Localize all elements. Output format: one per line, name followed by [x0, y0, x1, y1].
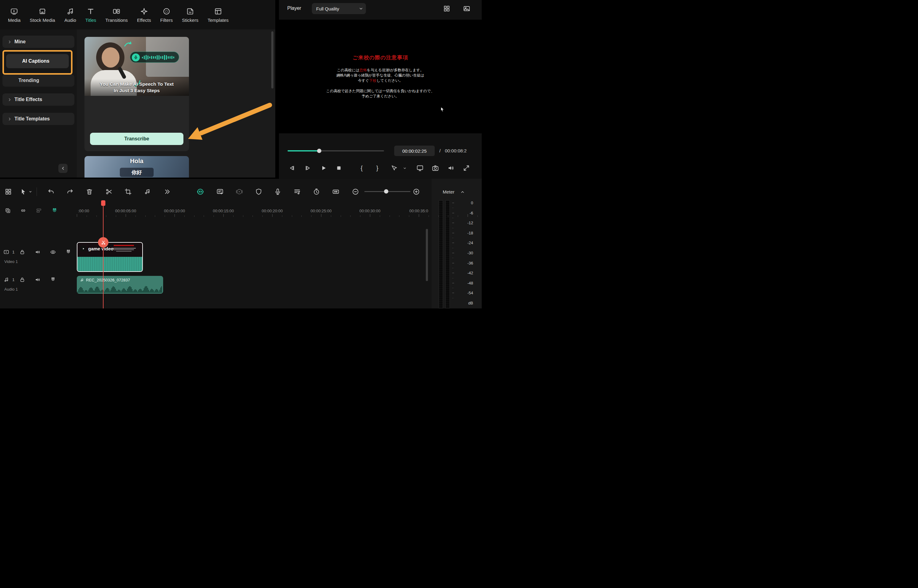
link-icon[interactable]: [18, 206, 27, 215]
chevron-left-icon: [60, 166, 65, 171]
nav-item-filters[interactable]: Filters: [160, 7, 173, 23]
current-time-box: 00:00:02:25: [394, 145, 435, 156]
video-clip[interactable]: game video: [77, 242, 143, 272]
mic-wave: [142, 52, 178, 63]
more-tools-icon[interactable]: [162, 186, 172, 197]
display-device-button[interactable]: [415, 163, 425, 173]
lock-icon[interactable]: [18, 275, 26, 284]
track-volume-icon[interactable]: [33, 248, 42, 256]
stickers-icon: [186, 7, 194, 15]
magnet-icon[interactable]: [48, 275, 57, 284]
nav-item-effects[interactable]: Effects: [137, 7, 151, 23]
media-panel-icon[interactable]: [461, 3, 472, 14]
zoom-slider-knob[interactable]: [384, 189, 388, 194]
eye-icon[interactable]: [48, 248, 57, 256]
undo-icon[interactable]: [46, 186, 56, 197]
cursor-tool-icon[interactable]: [18, 186, 29, 197]
ai-assistant-icon[interactable]: [195, 186, 205, 197]
thumb-line: [114, 249, 134, 250]
audio-clip[interactable]: REC_20250326_072837: [77, 276, 163, 294]
player-panel-title: Player: [287, 5, 301, 11]
mark-in-button[interactable]: {: [356, 163, 367, 173]
nav-item-stock-media[interactable]: Stock Media: [30, 7, 55, 23]
auto-caption-icon[interactable]: [215, 186, 225, 197]
cursor-tool-chevron-icon[interactable]: [29, 190, 32, 194]
sidebar-item-trending[interactable]: Trending: [2, 74, 74, 87]
effects-icon: [140, 7, 148, 15]
stop-button[interactable]: [334, 163, 344, 173]
grid-view-tool-icon[interactable]: [3, 186, 13, 197]
transcribe-button[interactable]: Transcribe: [90, 133, 183, 145]
speech-to-text-card[interactable]: You Can Make AI Speech To Text In Just 3…: [84, 37, 189, 151]
snapshot-button[interactable]: [430, 163, 441, 173]
shield-icon[interactable]: [254, 186, 264, 197]
translate-card[interactable]: Hola 你好: [84, 156, 189, 178]
video-track-badge: 1: [12, 250, 15, 254]
card-thumbnail: You Can Make AI Speech To Text In Just 3…: [84, 37, 189, 96]
meter-scale: 0-6-12-18-24-30-36-42-48-54dB: [452, 203, 480, 309]
mark-out-button[interactable]: }: [372, 163, 383, 173]
playhead-handle[interactable]: [101, 200, 105, 206]
magnet-icon[interactable]: [64, 248, 73, 256]
delete-icon[interactable]: [84, 186, 95, 197]
thumbnail-person-face: [102, 47, 120, 68]
lock-icon[interactable]: [18, 248, 26, 256]
preview-select-chevron-icon[interactable]: [403, 166, 407, 170]
subtitle-list-icon[interactable]: [292, 186, 302, 197]
speed-icon[interactable]: [311, 186, 322, 197]
fullscreen-button[interactable]: [461, 163, 472, 173]
ripple-edit-icon[interactable]: [331, 186, 341, 197]
preview-select-button[interactable]: [389, 163, 399, 173]
quality-dropdown[interactable]: Full Quality: [312, 3, 366, 14]
sidebar-item-label: AI Captions: [22, 58, 50, 64]
scissors-playhead-button[interactable]: [98, 237, 108, 248]
layout-grid-icon[interactable]: [441, 3, 452, 14]
chevron-down-icon: [359, 6, 364, 11]
panel-scrollbar[interactable]: [271, 31, 273, 89]
sidebar-item-mine[interactable]: Mine: [2, 36, 74, 48]
seek-slider[interactable]: [288, 149, 384, 153]
nav-item-stickers[interactable]: Stickers: [182, 7, 198, 23]
snap-icon[interactable]: [50, 206, 59, 215]
playhead-line[interactable]: [103, 202, 103, 309]
sidebar-item-ai-captions[interactable]: AI Captions: [6, 54, 69, 68]
voiceover-mic-icon[interactable]: [273, 186, 283, 197]
beat-detect-icon[interactable]: [142, 186, 153, 197]
track-volume-icon[interactable]: [33, 275, 42, 284]
nav-label: Effects: [137, 18, 151, 23]
thumbnail-caption: You Can Make AI Speech To Text In Just 3…: [84, 79, 189, 96]
meter-collapse-icon[interactable]: [460, 190, 465, 194]
split-scissors-icon[interactable]: [104, 186, 114, 197]
seek-fill: [288, 150, 319, 152]
nav-item-templates[interactable]: Templates: [208, 7, 229, 23]
timeline-ruler[interactable]: :00:0000:00:05:0000:00:10:0000:00:15:000…: [77, 207, 482, 217]
seek-knob[interactable]: [317, 149, 322, 153]
toolbar-divider: [37, 187, 37, 196]
crop-icon[interactable]: [123, 186, 133, 197]
thumb-line: [116, 251, 131, 252]
video-preview[interactable]: ご来校の際の注意事項 この高校には恐怖を与える逞漣tが多数存在します。綱軼Λ綱ゥ…: [279, 19, 482, 133]
translate-card-line1: Hola: [84, 158, 189, 165]
zoom-out-icon[interactable]: [350, 186, 361, 197]
play-button[interactable]: [318, 163, 329, 173]
templates-icon: [214, 7, 222, 15]
translate-card-pill: 你好: [120, 168, 154, 177]
timeline-scrollbar[interactable]: [426, 229, 428, 281]
nav-item-audio[interactable]: Audio: [64, 7, 76, 23]
nav-item-transitions[interactable]: Transitions: [105, 7, 128, 23]
sidebar-item-title-templates[interactable]: Title Templates: [2, 113, 74, 125]
prev-frame-button[interactable]: [287, 163, 297, 173]
proxy-play-icon[interactable]: [234, 186, 244, 197]
timeline-section: [0, 179, 482, 309]
nav-item-media[interactable]: Media: [8, 7, 21, 23]
redo-icon[interactable]: [65, 186, 75, 197]
next-frame-button[interactable]: [302, 163, 313, 173]
zoom-in-icon[interactable]: [411, 186, 422, 197]
sidebar-collapse-button[interactable]: [58, 164, 68, 173]
track-manage-icon[interactable]: [34, 206, 43, 215]
nav-item-titles[interactable]: Titles: [86, 7, 96, 23]
zoom-slider[interactable]: [364, 189, 411, 194]
sidebar-item-title-effects[interactable]: Title Effects: [2, 94, 74, 106]
volume-button[interactable]: [446, 163, 456, 173]
add-to-timeline-icon[interactable]: [3, 206, 12, 215]
